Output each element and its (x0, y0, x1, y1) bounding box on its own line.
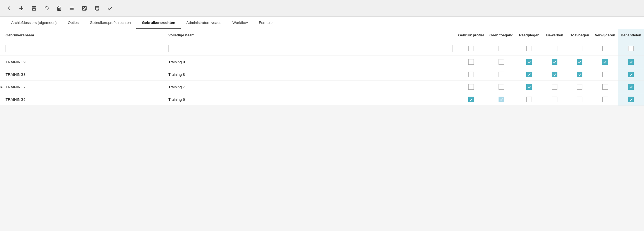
cell-geen-training8 (487, 68, 516, 81)
col-header-verwijderen: Verwijderen (592, 29, 618, 41)
cb-gebruik-training6[interactable] (468, 97, 474, 102)
cb-geen-training6[interactable] (499, 97, 504, 102)
filter-username-input[interactable] (6, 45, 163, 52)
print-button[interactable] (93, 4, 101, 12)
filter-bewerken-checkbox[interactable] (552, 46, 557, 51)
cell-raad-training6 (516, 93, 542, 106)
cell-beh-training9 (618, 56, 644, 68)
cb-gebruik-training8[interactable] (468, 72, 474, 77)
cb-geen-training9[interactable] (499, 59, 504, 65)
cb-raad-training6[interactable] (526, 97, 532, 102)
cell-fullname-training6: Training 6 (166, 93, 456, 106)
cell-geen-training9 (487, 56, 516, 68)
cb-verw-training7[interactable] (602, 84, 608, 90)
cell-verw-training7 (592, 81, 618, 93)
cell-verw-training8 (592, 68, 618, 81)
cb-gebruik-training9[interactable] (468, 59, 474, 65)
delete-button[interactable] (56, 4, 63, 12)
cell-bew-training9 (542, 56, 567, 68)
svg-rect-18 (96, 9, 98, 10)
add-button[interactable] (18, 5, 25, 12)
svg-rect-3 (33, 6, 35, 8)
check-button[interactable] (106, 4, 114, 12)
col-header-raadplegen: Raadplegen (516, 29, 542, 41)
cell-geen-training6 (487, 93, 516, 106)
tab-gebruikersprofielrechten[interactable]: Gebruikersprofielrechten (84, 17, 136, 29)
cell-toev-training8 (567, 68, 592, 81)
tab-administratorniveaus[interactable]: Administratorniveaus (181, 17, 227, 29)
tab-gebruikersrechten[interactable]: Gebruikersrechten (136, 17, 181, 29)
cb-bew-training9[interactable] (552, 59, 557, 65)
tab-bar: Archiefdossiers (algemeen) Opties Gebrui… (0, 17, 644, 29)
table-header-row: Gebruikersnaam ↓ Volledige naam Gebruik … (0, 29, 644, 41)
cb-raad-training9[interactable] (526, 59, 532, 65)
col-header-toevoegen: Toevoegen (567, 29, 592, 41)
cell-verw-training6 (592, 93, 618, 106)
col-header-geen-toegang: Geen toegang (487, 29, 516, 41)
cb-beh-training7[interactable] (628, 84, 634, 90)
filter-bewerken-cell (542, 41, 567, 56)
cell-beh-training7 (618, 81, 644, 93)
filter-raadplegen-cell (516, 41, 542, 56)
cb-verw-training6[interactable] (602, 97, 608, 102)
svg-rect-4 (32, 9, 35, 10)
cb-toev-training9[interactable] (577, 59, 582, 65)
tab-workflow[interactable]: Workflow (227, 17, 253, 29)
list-button[interactable] (68, 4, 76, 12)
cell-toev-training9 (567, 56, 592, 68)
cb-toev-training8[interactable] (577, 72, 582, 77)
cell-fullname-training9: Training 9 (166, 56, 456, 68)
svg-point-12 (69, 8, 69, 9)
cb-bew-training7[interactable] (552, 84, 557, 90)
cell-gebruik-training8 (455, 68, 486, 81)
cb-bew-training6[interactable] (552, 97, 557, 102)
filter-gebruik-profiel-cell (455, 41, 486, 56)
cb-gebruik-training7[interactable] (468, 84, 474, 90)
filter-geen-toegang-checkbox[interactable] (499, 46, 504, 51)
cell-fullname-training8: Training 8 (166, 68, 456, 81)
cb-verw-training9[interactable] (602, 59, 608, 65)
cb-toev-training7[interactable] (577, 84, 582, 90)
cell-raad-training7 (516, 81, 542, 93)
cb-geen-training7[interactable] (499, 84, 504, 90)
filter-username-cell (0, 41, 166, 56)
filter-toevoegen-checkbox[interactable] (577, 46, 582, 51)
svg-point-15 (84, 7, 85, 9)
tab-opties[interactable]: Opties (62, 17, 84, 29)
filter-gebruik-profiel-checkbox[interactable] (468, 46, 474, 51)
navigate-button[interactable] (80, 4, 88, 12)
tab-formule[interactable]: Formule (253, 17, 278, 29)
filter-behandelen-checkbox[interactable] (628, 46, 634, 51)
back-button[interactable] (6, 5, 13, 12)
cb-geen-training8[interactable] (499, 72, 504, 77)
cb-verw-training8[interactable] (602, 72, 608, 77)
cb-raad-training8[interactable] (526, 72, 532, 77)
cb-beh-training8[interactable] (628, 72, 634, 77)
cb-raad-training7[interactable] (526, 84, 532, 90)
table-row: TRAINING6 Training 6 (0, 93, 644, 106)
cell-toev-training7 (567, 81, 592, 93)
filter-raadplegen-checkbox[interactable] (526, 46, 532, 51)
col-header-username[interactable]: Gebruikersnaam ↓ (0, 29, 166, 41)
cell-verw-training9 (592, 56, 618, 68)
cell-gebruik-training7 (455, 81, 486, 93)
cell-raad-training8 (516, 68, 542, 81)
filter-fullname-input[interactable] (168, 45, 453, 52)
col-header-bewerken: Bewerken (542, 29, 567, 41)
filter-row (0, 41, 644, 56)
cb-toev-training6[interactable] (577, 97, 582, 102)
cb-beh-training6[interactable] (628, 97, 634, 102)
cell-bew-training8 (542, 68, 567, 81)
col-header-fullname: Volledige naam (166, 29, 456, 41)
cell-toev-training6 (567, 93, 592, 106)
undo-button[interactable] (43, 4, 51, 12)
col-header-behandelen: Behandelen (618, 29, 644, 41)
tab-archiefdossiers[interactable]: Archiefdossiers (algemeen) (6, 17, 62, 29)
cell-username-training8: TRAINING8 (0, 68, 166, 81)
save-button[interactable] (30, 4, 38, 12)
cb-beh-training9[interactable] (628, 59, 634, 65)
filter-behandelen-cell (618, 41, 644, 56)
cb-bew-training8[interactable] (552, 72, 557, 77)
filter-verwijderen-checkbox[interactable] (602, 46, 608, 51)
cell-beh-training8 (618, 68, 644, 81)
